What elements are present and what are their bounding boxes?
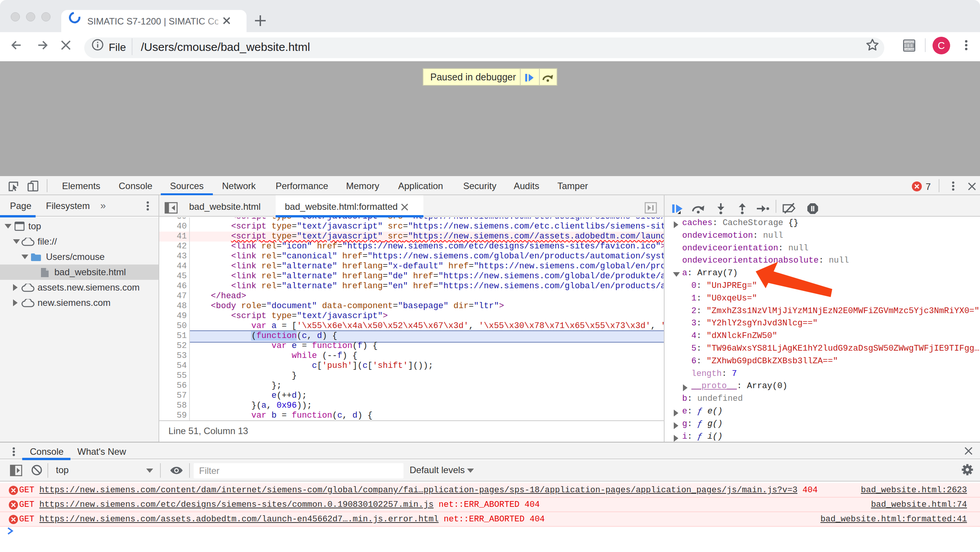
svg-text:TAMPER: TAMPER [905, 41, 914, 43]
svg-text:CHROME: CHROME [904, 48, 915, 51]
